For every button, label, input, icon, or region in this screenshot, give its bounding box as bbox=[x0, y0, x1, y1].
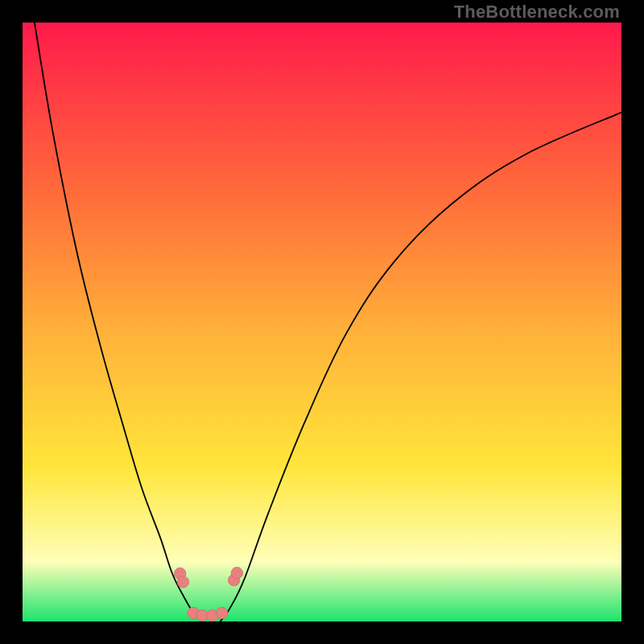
marker-floor-d bbox=[217, 607, 228, 618]
marker-floor-b bbox=[196, 609, 208, 621]
chart-frame bbox=[0, 0, 644, 644]
marker-left-cluster-b bbox=[177, 576, 188, 588]
watermark-text: TheBottleneck.com bbox=[454, 2, 620, 23]
marker-right-cluster-b bbox=[231, 568, 242, 579]
chart-canvas bbox=[23, 23, 621, 621]
background-gradient bbox=[23, 23, 621, 621]
